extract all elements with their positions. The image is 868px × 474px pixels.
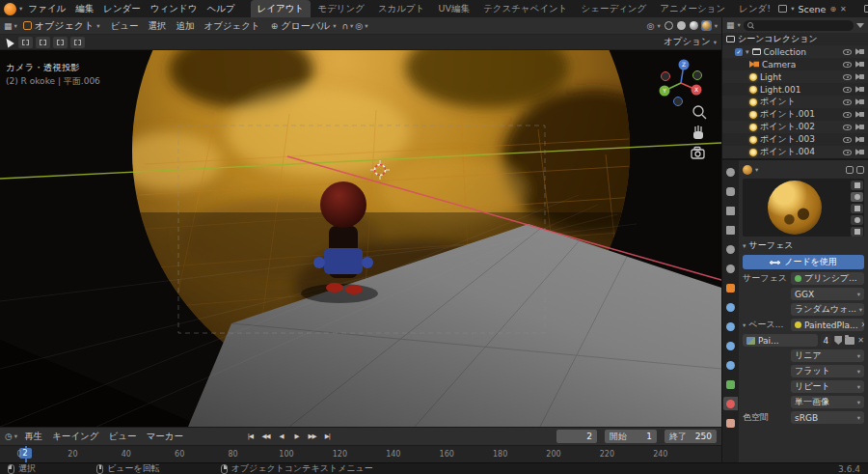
transform-orientation-dropdown[interactable]: ⊕ グローバル ▾ <box>267 19 340 33</box>
properties-tab-constraints[interactable] <box>723 358 738 372</box>
axis-z-neg-handle[interactable] <box>674 98 683 106</box>
hide-in-viewport-toggle[interactable] <box>843 150 852 155</box>
timeline-menu[interactable]: マーカー <box>141 428 187 445</box>
editor-type-icon[interactable]: ▦ <box>4 21 13 31</box>
surface-section-header[interactable]: ▾ サーフェス <box>743 239 864 252</box>
outliner-search-input[interactable] <box>744 20 854 31</box>
snap-chevron-icon[interactable]: ▾ <box>350 22 353 30</box>
disable-in-renders-toggle[interactable] <box>855 61 864 68</box>
hide-in-viewport-toggle[interactable] <box>843 74 852 80</box>
outliner-row[interactable]: Light <box>722 70 868 83</box>
disable-in-renders-toggle[interactable] <box>855 136 864 143</box>
select-mode-intersect-button[interactable] <box>70 37 85 48</box>
overlays-chevron-icon[interactable]: ▾ <box>657 22 660 30</box>
hide-in-viewport-toggle[interactable] <box>843 62 852 68</box>
topbar-menu[interactable]: ヘルプ <box>202 0 239 17</box>
base-color-texture-field[interactable]: PaintedPla... ✕ <box>791 319 864 331</box>
viewport-3d[interactable]: Z X Y カメラ <box>0 50 721 427</box>
disable-in-renders-toggle[interactable] <box>855 48 864 55</box>
timeline-editor-icon[interactable]: ◷ <box>5 432 13 441</box>
pin-icon[interactable] <box>846 166 854 174</box>
unlink-icon[interactable]: ✕ <box>861 321 864 329</box>
hide-in-viewport-toggle[interactable] <box>843 112 852 118</box>
frame-start-field[interactable]: 開始 1 <box>605 430 657 443</box>
hide-in-viewport-toggle[interactable] <box>843 137 852 143</box>
interpolation-dropdown[interactable]: リニア ▾ <box>791 349 864 362</box>
viewport-menu[interactable]: オブジェクト <box>199 17 264 35</box>
filter-icon[interactable] <box>856 23 864 28</box>
subsurface-method-dropdown[interactable]: ランダムウォ... ▾ <box>791 303 864 316</box>
topbar-menu[interactable]: ファイル <box>23 0 70 17</box>
open-folder-icon[interactable] <box>845 337 854 345</box>
disable-in-renders-toggle[interactable] <box>855 86 864 93</box>
outliner-row[interactable]: ✓▾Collection <box>722 45 868 58</box>
timeline-menu[interactable]: ビュー <box>104 428 142 445</box>
properties-tab-data[interactable] <box>723 377 738 391</box>
preview-type-cube-button[interactable] <box>851 204 863 213</box>
scene-name[interactable]: Scene <box>798 4 826 14</box>
scene-browse-chevron-icon[interactable]: ▾ <box>791 5 794 13</box>
select-mode-extend-button[interactable] <box>36 37 50 48</box>
shading-chevron-icon[interactable]: ▾ <box>715 22 718 30</box>
viewport-menu[interactable]: 追加 <box>171 17 199 35</box>
current-frame-field[interactable]: 2 <box>556 430 597 443</box>
base-color-disclosure-icon[interactable]: ▾ <box>743 321 746 329</box>
extension-dropdown[interactable]: リピート ▾ <box>791 380 864 393</box>
topbar-menu[interactable]: 編集 <box>70 0 98 17</box>
disable-in-renders-toggle[interactable] <box>855 111 864 118</box>
fake-user-shield-icon[interactable] <box>834 336 842 345</box>
workspace-tab[interactable]: テクスチャペイント <box>476 0 575 17</box>
timeline-ruler[interactable]: 2 020406080100120140160180200220240 <box>0 445 721 462</box>
viewport-canvas[interactable]: Z X Y <box>0 50 721 427</box>
shading-solid-button[interactable] <box>676 20 687 31</box>
disable-in-renders-toggle[interactable] <box>855 98 864 105</box>
outliner-row[interactable]: ポイント.003 <box>722 133 868 146</box>
workspace-tab[interactable]: レンダ! <box>732 0 777 17</box>
jump-start-button[interactable]: |◀ <box>243 431 258 442</box>
topbar-menu[interactable]: レンダー <box>98 0 146 17</box>
properties-tab-render[interactable] <box>723 184 738 198</box>
properties-tab-scene[interactable] <box>723 242 738 256</box>
prev-keyframe-button[interactable]: ◀◀ <box>258 431 273 442</box>
use-nodes-button[interactable]: ノードを使用 <box>743 255 864 269</box>
hide-in-viewport-toggle[interactable] <box>843 125 852 130</box>
hide-in-viewport-toggle[interactable] <box>843 99 852 105</box>
checkbox-icon[interactable]: ✓ <box>735 48 743 56</box>
viewport-menu[interactable]: ビュー <box>105 17 143 35</box>
shading-rendered-button[interactable] <box>701 20 712 31</box>
disclosure-arrow-icon[interactable]: ▾ <box>746 48 749 56</box>
material-preview[interactable] <box>743 179 864 237</box>
show-gizmo-icon[interactable]: ◎ <box>647 21 655 31</box>
outliner-editor-chevron-icon[interactable]: ▾ <box>738 21 741 29</box>
outliner-row[interactable]: ポイント.004 <box>722 146 868 158</box>
distribution-dropdown[interactable]: GGX ▾ <box>791 288 864 300</box>
scene-unlink-icon[interactable]: ✕ <box>840 5 847 14</box>
material-browse-chevron-icon[interactable]: ▾ <box>755 166 758 174</box>
axis-y-neg-handle[interactable] <box>693 71 702 80</box>
options-dropdown[interactable]: オプション ▾ <box>664 36 717 48</box>
play-button[interactable]: ▶ <box>289 431 304 442</box>
outliner-row[interactable]: ポイント <box>722 96 868 108</box>
shading-wireframe-button[interactable] <box>664 20 674 31</box>
select-mode-new-button[interactable] <box>18 37 33 48</box>
shading-material-button[interactable] <box>689 20 699 31</box>
image-unlink-icon[interactable]: ✕ <box>857 336 864 345</box>
proportional-editing-icon[interactable]: ◎ <box>355 21 363 31</box>
source-dropdown[interactable]: 単一画像 ▾ <box>791 396 864 408</box>
blender-menu-chevron-icon[interactable]: ▾ <box>19 5 22 13</box>
workspace-tab[interactable]: アニメーション <box>653 0 732 17</box>
properties-tab-texture[interactable] <box>723 416 738 430</box>
hide-in-viewport-toggle[interactable] <box>843 87 852 93</box>
shader-select-field[interactable]: プリンシプ... <box>791 272 864 285</box>
workspace-tab[interactable]: シェーディング <box>574 0 653 17</box>
projection-dropdown[interactable]: フラット ▾ <box>791 365 864 377</box>
properties-tab-viewlayer[interactable] <box>723 223 738 237</box>
axis-x-neg-handle[interactable] <box>662 72 670 81</box>
timeline-menu[interactable]: キーイング <box>47 428 103 445</box>
outliner-row[interactable]: Light.001 <box>722 83 868 96</box>
hide-in-viewport-toggle[interactable] <box>843 49 852 55</box>
colorspace-dropdown[interactable]: sRGB ▾ <box>791 411 864 424</box>
snap-magnet-icon[interactable]: ∩ <box>342 21 349 31</box>
jump-end-button[interactable]: ▶| <box>320 431 335 442</box>
workspace-tab[interactable]: UV編集 <box>432 0 476 17</box>
